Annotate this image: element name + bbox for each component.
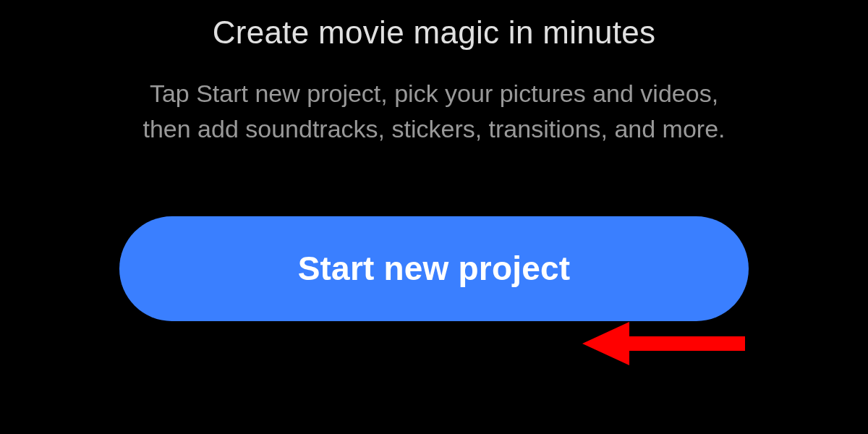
start-new-project-label: Start new project xyxy=(298,249,571,288)
start-new-project-button[interactable]: Start new project xyxy=(119,216,749,321)
onboarding-subtext: Tap Start new project, pick your picture… xyxy=(134,76,734,148)
arrow-annotation-icon xyxy=(582,318,749,372)
svg-marker-1 xyxy=(582,322,629,365)
onboarding-heading: Create movie magic in minutes xyxy=(213,14,656,51)
